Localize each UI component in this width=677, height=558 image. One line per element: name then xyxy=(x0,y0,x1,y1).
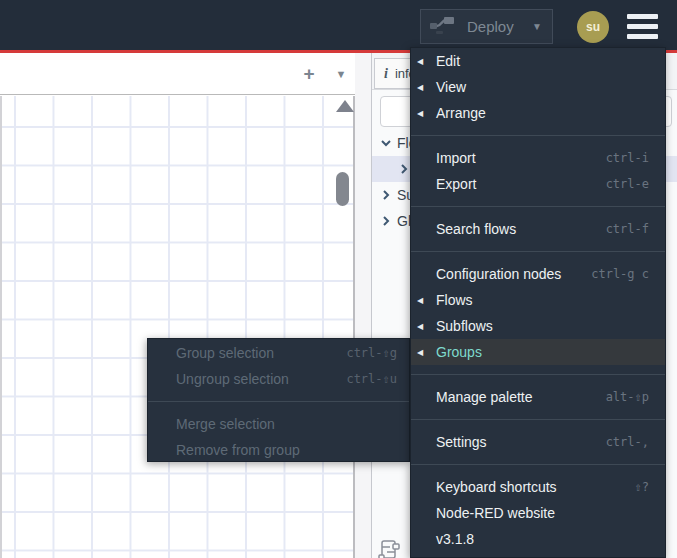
deploy-button[interactable]: Deploy ▼ xyxy=(420,9,553,44)
user-avatar[interactable]: su xyxy=(577,11,609,43)
menu-item-manage-palette[interactable]: Manage palette alt-⇧p xyxy=(411,384,665,410)
menu-item-export[interactable]: Export ctrl-e xyxy=(411,171,665,197)
hamburger-bar xyxy=(627,24,658,29)
submenu-item-merge-selection[interactable]: Merge selection xyxy=(148,411,409,437)
submenu-separator xyxy=(148,401,409,402)
submenu-left-arrow-icon: ◀ xyxy=(417,322,423,331)
shortcut-label: ctrl-, xyxy=(606,435,649,449)
menu-separator xyxy=(411,374,665,375)
canvas-scroll-up-arrow-icon[interactable] xyxy=(336,100,354,112)
menu-item-settings[interactable]: Settings ctrl-, xyxy=(411,429,665,455)
deploy-options-chevron-icon[interactable]: ▼ xyxy=(532,21,542,32)
groups-submenu: Group selection ctrl-⇧g Ungroup selectio… xyxy=(147,338,410,462)
chevron-right-icon[interactable] xyxy=(380,215,392,227)
menu-item-node-red-website[interactable]: Node-RED website xyxy=(411,500,665,526)
shortcut-label: ctrl-g c xyxy=(591,267,649,281)
flow-canvas-grid[interactable] xyxy=(0,96,355,558)
deploy-nodes-icon xyxy=(429,14,455,40)
main-menu-button[interactable] xyxy=(627,14,658,39)
shortcut-label: ctrl-⇧g xyxy=(346,346,397,360)
submenu-left-arrow-icon: ◀ xyxy=(417,109,423,118)
menu-item-edit[interactable]: ◀ Edit xyxy=(411,48,665,74)
add-flow-button[interactable]: + xyxy=(297,61,321,87)
shortcut-label: ctrl-e xyxy=(606,177,649,191)
menu-item-configuration-nodes[interactable]: Configuration nodes ctrl-g c xyxy=(411,261,665,287)
menu-separator xyxy=(411,464,665,465)
workspace-tab-bar: + ▼ xyxy=(0,53,355,95)
node-outline-icon xyxy=(378,540,400,558)
shortcut-label: ctrl-i xyxy=(606,151,649,165)
shortcut-label: ⇧? xyxy=(635,480,649,494)
submenu-item-group-selection[interactable]: Group selection ctrl-⇧g xyxy=(148,340,409,366)
chevron-down-icon[interactable] xyxy=(380,137,392,149)
hamburger-bar xyxy=(627,34,658,39)
submenu-item-ungroup-selection[interactable]: Ungroup selection ctrl-⇧u xyxy=(148,366,409,392)
menu-item-subflows[interactable]: ◀ Subflows xyxy=(411,313,665,339)
menu-separator xyxy=(411,206,665,207)
menu-separator xyxy=(411,251,665,252)
chevron-right-icon[interactable] xyxy=(380,189,392,201)
deploy-label: Deploy xyxy=(467,18,514,35)
hamburger-bar xyxy=(627,14,658,19)
menu-item-import[interactable]: Import ctrl-i xyxy=(411,145,665,171)
menu-item-keyboard-shortcuts[interactable]: Keyboard shortcuts ⇧? xyxy=(411,474,665,500)
menu-item-arrange[interactable]: ◀ Arrange xyxy=(411,100,665,126)
chevron-right-icon[interactable] xyxy=(398,163,410,175)
menu-separator xyxy=(411,419,665,420)
submenu-left-arrow-icon: ◀ xyxy=(417,296,423,305)
submenu-left-arrow-icon: ◀ xyxy=(417,348,423,357)
menu-item-version[interactable]: v3.1.8 xyxy=(411,526,665,552)
node-red-editor: Deploy ▼ su + ▼ i info xyxy=(0,0,677,558)
menu-item-groups[interactable]: ◀ Groups xyxy=(411,339,665,365)
shortcut-label: ctrl-f xyxy=(606,222,649,236)
submenu-item-remove-from-group[interactable]: Remove from group xyxy=(148,437,409,462)
menu-separator xyxy=(411,135,665,136)
main-dropdown-menu: ◀ Edit ◀ View ◀ Arrange Import ctrl-i Ex… xyxy=(410,47,666,558)
canvas-vertical-scrollbar-thumb[interactable] xyxy=(336,172,349,206)
menu-item-view[interactable]: ◀ View xyxy=(411,74,665,100)
submenu-left-arrow-icon: ◀ xyxy=(417,83,423,92)
menu-item-search-flows[interactable]: Search flows ctrl-f xyxy=(411,216,665,242)
header-bar: Deploy ▼ su xyxy=(0,0,677,50)
menu-item-flows[interactable]: ◀ Flows xyxy=(411,287,665,313)
shortcut-label: ctrl-⇧u xyxy=(346,372,397,386)
shortcut-label: alt-⇧p xyxy=(606,390,649,404)
submenu-left-arrow-icon: ◀ xyxy=(417,57,423,66)
info-icon: i xyxy=(384,66,388,82)
flow-list-chevron-button[interactable]: ▼ xyxy=(329,61,353,87)
sidebar-splitter[interactable] xyxy=(355,53,372,558)
